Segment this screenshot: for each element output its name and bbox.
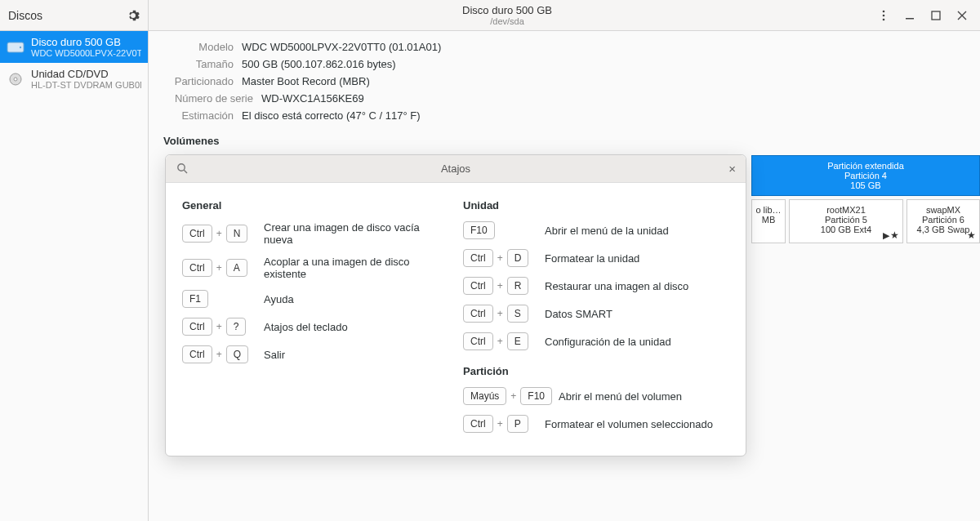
hdd-icon xyxy=(7,40,24,55)
value-particionado: Master Boot Record (MBR) xyxy=(242,75,370,87)
shortcut-desc: Restaurar una imagen al disco xyxy=(545,280,688,292)
keycap: Ctrl xyxy=(463,305,493,323)
shortcut-row: Ctrl+PFormatear el volumen seleccionado xyxy=(463,415,729,433)
svg-point-8 xyxy=(14,78,17,81)
volume-root[interactable]: rootMX21 Partición 5 100 GB Ext4 ★ ▶ xyxy=(789,199,903,243)
sidebar: Disco duro 500 GB WDC WD5000LPVX-22V0TT0… xyxy=(0,31,149,521)
shortcut-row: Ctrl+RRestaurar una imagen al disco xyxy=(463,277,729,295)
keycap: F1 xyxy=(182,290,208,308)
value-tamano: 500 GB (500.107.862.016 bytes) xyxy=(242,58,396,70)
shortcut-desc: Datos SMART xyxy=(545,308,612,320)
keycap: Ctrl xyxy=(463,332,493,350)
keycap: Mayús xyxy=(463,387,506,405)
shortcut-desc: Crear una imagen de disco vacía nueva xyxy=(264,221,448,246)
svg-rect-4 xyxy=(932,11,940,20)
keycap: R xyxy=(507,277,529,295)
keycap: N xyxy=(226,225,248,243)
sidebar-item-name: Unidad CD/DVD xyxy=(31,68,141,80)
shortcut-row: F1Ayuda xyxy=(182,290,448,308)
svg-point-6 xyxy=(20,46,21,47)
label-estimacion: Estimación xyxy=(163,109,234,122)
shortcut-row: Ctrl+AAcoplar a una imagen de disco exis… xyxy=(182,256,448,280)
svg-point-1 xyxy=(883,14,885,16)
minimize-icon[interactable] xyxy=(903,9,916,22)
keycap: E xyxy=(507,332,528,350)
shortcut-row: Ctrl+EConfiguración de la unidad xyxy=(463,332,729,350)
shortcuts-dialog: Atajos × General Ctrl+NCrear una imagen … xyxy=(165,154,746,456)
menu-icon[interactable] xyxy=(877,9,890,22)
value-serie: WD-WXC1A156KE69 xyxy=(261,92,364,105)
keycap: Ctrl xyxy=(463,277,493,295)
gear-icon[interactable] xyxy=(127,9,140,22)
svg-point-0 xyxy=(883,10,885,12)
keycap: D xyxy=(507,249,529,267)
svg-point-2 xyxy=(883,18,885,20)
titlebar: Discos Disco duro 500 GB /dev/sda xyxy=(0,0,980,31)
volume-free[interactable]: o lib… MB xyxy=(751,199,786,243)
label-particionado: Particionado xyxy=(163,75,234,87)
group-general: General xyxy=(182,199,448,212)
label-serie: Número de serie xyxy=(163,92,253,105)
app-title: Discos xyxy=(8,9,42,22)
keycap: Ctrl xyxy=(463,415,493,433)
shortcut-desc: Ayuda xyxy=(264,293,294,305)
window-subtitle: /dev/sda xyxy=(149,16,866,26)
svg-point-9 xyxy=(177,164,184,171)
svg-rect-3 xyxy=(906,18,914,20)
sidebar-item-sub: HL-DT-ST DVDRAM GUB0N xyxy=(31,80,141,90)
cd-icon xyxy=(7,72,24,87)
keycap: Q xyxy=(226,345,248,363)
close-icon[interactable] xyxy=(956,9,969,22)
keycap: ? xyxy=(226,318,247,336)
keycap: S xyxy=(507,305,528,323)
group-unidad: Unidad xyxy=(463,199,729,212)
shortcut-desc: Abrir el menú del volumen xyxy=(559,390,682,403)
shortcut-desc: Salir xyxy=(264,349,285,361)
shortcut-row: Ctrl+NCrear una imagen de disco vacía nu… xyxy=(182,221,448,246)
shortcut-row: Mayús+F10Abrir el menú del volumen xyxy=(463,387,729,405)
sidebar-item-name: Disco duro 500 GB xyxy=(31,36,141,48)
sidebar-item-cd[interactable]: Unidad CD/DVD HL-DT-ST DVDRAM GUB0N xyxy=(0,63,148,95)
shortcut-desc: Acoplar a una imagen de disco existente xyxy=(264,256,448,280)
window-title: Disco duro 500 GB xyxy=(149,4,866,16)
keycap: P xyxy=(507,415,528,433)
shortcut-row: Ctrl+SDatos SMART xyxy=(463,305,729,323)
shortcut-desc: Formatear la unidad xyxy=(545,252,639,265)
shortcut-row: Ctrl+DFormatear la unidad xyxy=(463,249,729,267)
keycap: Ctrl xyxy=(463,249,493,267)
sidebar-item-sub: WDC WD5000LPVX-22V0TT0 xyxy=(31,48,141,58)
value-modelo: WDC WD5000LPVX-22V0TT0 (01.01A01) xyxy=(242,41,441,53)
shortcut-desc: Atajos del teclado xyxy=(264,321,348,333)
group-particion: Partición xyxy=(463,365,729,377)
star-icon: ★ xyxy=(967,229,976,241)
shortcut-row: Ctrl+?Atajos del teclado xyxy=(182,318,448,336)
sidebar-item-hdd[interactable]: Disco duro 500 GB WDC WD5000LPVX-22V0TT0 xyxy=(0,31,148,63)
shortcuts-title: Atajos xyxy=(166,163,746,175)
svg-line-10 xyxy=(184,170,187,173)
keycap: A xyxy=(226,259,247,277)
shortcut-desc: Formatear el volumen seleccionado xyxy=(545,418,713,430)
volume-swap[interactable]: swapMX Partición 6 4,3 GB Swap ★ xyxy=(906,199,980,243)
value-estimacion: El disco está correcto (47° C / 117° F) xyxy=(242,109,420,122)
shortcut-desc: Abrir el menú de la unidad xyxy=(545,225,669,237)
keycap: F10 xyxy=(463,221,495,239)
shortcut-row: Ctrl+QSalir xyxy=(182,345,448,363)
keycap: Ctrl xyxy=(182,259,212,277)
keycap: Ctrl xyxy=(182,345,212,363)
volume-extended[interactable]: Partición extendida Partición 4 105 GB xyxy=(751,155,980,196)
search-icon[interactable] xyxy=(176,163,189,176)
label-modelo: Modelo xyxy=(163,41,234,53)
star-icon: ★ xyxy=(890,229,899,241)
maximize-icon[interactable] xyxy=(929,9,942,22)
label-tamano: Tamaño xyxy=(163,58,234,70)
shortcut-row: F10Abrir el menú de la unidad xyxy=(463,221,729,239)
volumes-heading: Volúmenes xyxy=(163,135,965,147)
shortcut-desc: Configuración de la unidad xyxy=(545,336,671,348)
keycap: Ctrl xyxy=(182,225,212,243)
play-icon: ▶ xyxy=(883,230,889,241)
keycap: Ctrl xyxy=(182,318,212,336)
keycap: F10 xyxy=(520,387,552,405)
close-icon[interactable]: × xyxy=(728,162,736,176)
